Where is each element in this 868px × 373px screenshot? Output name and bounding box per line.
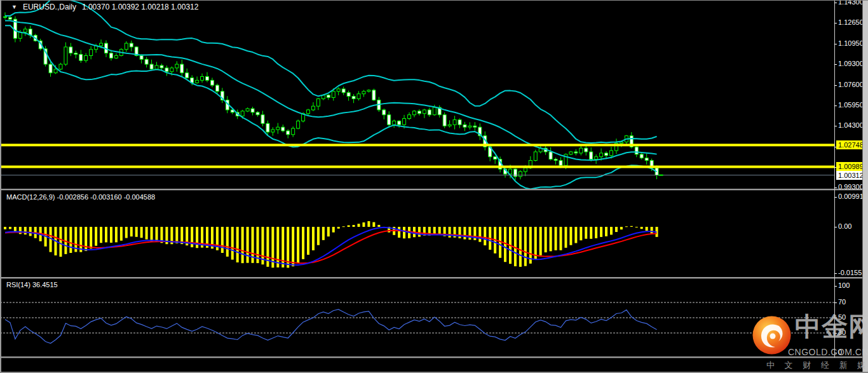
macd-histogram-bar bbox=[615, 227, 618, 232]
price-chart-canvas[interactable] bbox=[0, 0, 862, 189]
bear-candle bbox=[398, 121, 401, 125]
bull-candle bbox=[620, 142, 623, 143]
bull-candle bbox=[155, 65, 158, 69]
macd-main-line bbox=[5, 227, 657, 265]
macd-histogram-bar bbox=[651, 227, 653, 233]
rsi-tick-mark bbox=[834, 353, 837, 353]
bear-candle bbox=[79, 55, 83, 61]
bear-candle bbox=[388, 115, 391, 125]
macd-histogram-bar bbox=[463, 227, 466, 240]
macd-histogram-bar bbox=[317, 227, 320, 245]
bull-candle bbox=[307, 110, 310, 114]
bull-candle bbox=[90, 50, 93, 56]
panel-splitter-rsi[interactable] bbox=[0, 277, 862, 279]
bear-candle bbox=[180, 64, 184, 73]
macd-histogram-bar bbox=[438, 227, 441, 234]
macd-histogram-bar bbox=[312, 227, 315, 250]
macd-tick-mark bbox=[834, 197, 837, 198]
bull-candle bbox=[580, 148, 583, 153]
bollinger-upper-band bbox=[5, 0, 657, 143]
bear-candle bbox=[140, 55, 143, 59]
bull-candle bbox=[600, 153, 603, 157]
price-tick-mark bbox=[834, 44, 837, 44]
bear-candle bbox=[8, 17, 11, 19]
level-price-tag: 1.00989 bbox=[836, 162, 865, 171]
price-tick-mark bbox=[834, 85, 837, 86]
bull-candle bbox=[595, 157, 598, 159]
bull-candle bbox=[423, 110, 426, 114]
macd-histogram-bar bbox=[151, 227, 153, 241]
macd-histogram-bar bbox=[403, 227, 405, 238]
macd-histogram-bar bbox=[372, 222, 375, 227]
rsi-tick-mark bbox=[834, 318, 837, 318]
bear-candle bbox=[559, 161, 562, 166]
rsi-tick-label: 70 bbox=[838, 298, 846, 306]
bear-candle bbox=[645, 158, 648, 161]
bull-candle bbox=[311, 106, 315, 110]
axis-separator-line bbox=[834, 0, 835, 358]
macd-histogram-bar bbox=[115, 227, 118, 242]
macd-histogram-bar bbox=[276, 227, 279, 268]
bull-candle bbox=[196, 80, 199, 83]
price-tick-mark bbox=[834, 187, 837, 188]
macd-histogram-bar bbox=[307, 227, 309, 255]
macd-histogram-bar bbox=[468, 227, 471, 240]
bear-candle bbox=[635, 147, 638, 154]
bear-candle bbox=[215, 85, 219, 92]
bear-candle bbox=[186, 73, 189, 78]
macd-histogram-bar bbox=[484, 227, 486, 245]
bear-candle bbox=[372, 90, 376, 100]
bear-candle bbox=[69, 47, 72, 53]
macd-histogram-bar bbox=[247, 227, 249, 263]
price-tick-label: 1.12650 bbox=[838, 18, 864, 26]
bear-candle bbox=[251, 109, 254, 112]
chevron-down-icon[interactable]: ▼ bbox=[11, 4, 17, 10]
bull-candle bbox=[59, 64, 62, 69]
rsi-indicator-label: RSI(14) 36.4515 bbox=[6, 281, 58, 288]
bear-candle bbox=[150, 64, 153, 69]
macd-tick-label: 0.00 bbox=[838, 222, 851, 230]
macd-histogram-bar bbox=[337, 227, 340, 229]
bull-candle bbox=[175, 64, 179, 68]
macd-histogram-bar bbox=[595, 227, 597, 238]
bull-candle bbox=[362, 92, 365, 94]
symbol-period-label: EURUSD.,Daily bbox=[23, 3, 76, 11]
bear-candle bbox=[347, 93, 350, 97]
rsi-panel-canvas[interactable] bbox=[0, 278, 862, 356]
bull-candle bbox=[610, 151, 613, 156]
macd-histogram-bar bbox=[569, 227, 572, 245]
macd-panel-canvas[interactable] bbox=[0, 191, 862, 277]
macd-histogram-bar bbox=[635, 227, 638, 227]
bear-candle bbox=[210, 80, 214, 85]
macd-histogram-bar bbox=[79, 227, 82, 252]
chart-title: ▼ EURUSD.,Daily 1.00370 1.00392 1.00218 … bbox=[11, 3, 198, 11]
macd-histogram-bar bbox=[646, 227, 648, 231]
panel-splitter-macd[interactable] bbox=[0, 189, 862, 191]
bear-candle bbox=[342, 89, 345, 93]
macd-histogram-bar bbox=[625, 226, 628, 227]
bull-candle bbox=[241, 111, 244, 116]
macd-histogram-bar bbox=[90, 227, 92, 248]
macd-histogram-bar bbox=[358, 224, 360, 227]
price-tick-label: 1.07600 bbox=[838, 81, 864, 88]
macd-histogram-bar bbox=[564, 227, 567, 248]
bear-candle bbox=[49, 64, 52, 73]
macd-histogram-bar bbox=[353, 225, 355, 227]
macd-histogram-bar bbox=[120, 227, 123, 241]
bear-candle bbox=[585, 148, 588, 152]
bull-candle bbox=[201, 77, 204, 81]
bear-candle bbox=[383, 110, 386, 115]
macd-histogram-bar bbox=[600, 227, 602, 237]
bull-candle bbox=[412, 111, 416, 115]
time-axis[interactable]: 22 Feb 20224 Mar 202216 Mar 202228 Mar 2… bbox=[0, 358, 862, 372]
bear-candle bbox=[145, 59, 148, 64]
price-tick-label: 1.10950 bbox=[838, 39, 864, 47]
bear-candle bbox=[605, 153, 608, 156]
price-tick-label: 1.09300 bbox=[838, 60, 864, 67]
bull-candle bbox=[125, 43, 128, 50]
macd-histogram-bar bbox=[24, 227, 27, 234]
bull-candle bbox=[297, 121, 300, 128]
bear-candle bbox=[160, 65, 163, 68]
bear-candle bbox=[287, 131, 290, 135]
macd-histogram-bar bbox=[175, 227, 178, 243]
